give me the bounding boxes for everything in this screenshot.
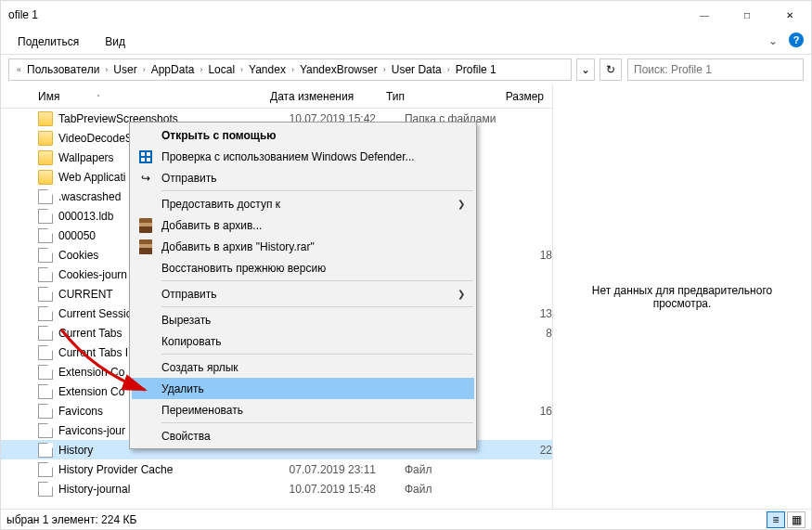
- ribbon-expand-icon[interactable]: ⌄: [768, 34, 778, 47]
- breadcrumb-item[interactable]: Profile 1: [454, 63, 498, 76]
- file-type: Файл: [405, 483, 515, 496]
- cm-separator: [161, 190, 473, 191]
- cm-shortcut[interactable]: Создать ярлык: [132, 356, 474, 378]
- file-name: History Provider Cache: [58, 463, 290, 476]
- title-bar: ofile 1 — □ ✕: [1, 1, 811, 29]
- defender-icon: [137, 149, 154, 165]
- window-title: ofile 1: [8, 8, 38, 21]
- status-bar: ыбран 1 элемент: 224 КБ ≡ ▦: [1, 509, 811, 529]
- breadcrumb-item[interactable]: YandexBrowser: [298, 63, 380, 76]
- breadcrumb-item[interactable]: User Data: [390, 63, 444, 76]
- nav-bar: « Пользователи› User› AppData› Local› Ya…: [1, 55, 811, 84]
- table-row[interactable]: History-journal10.07.2019 15:48Файл: [1, 479, 552, 498]
- file-icon: [38, 443, 53, 458]
- col-name: Имя˄: [38, 90, 270, 103]
- cm-rename[interactable]: Переименовать: [132, 399, 474, 420]
- archive-icon: [137, 217, 154, 234]
- col-type[interactable]: Тип: [386, 90, 497, 103]
- cm-separator: [161, 422, 473, 423]
- breadcrumb-item[interactable]: AppData: [149, 63, 197, 76]
- file-icon: [38, 365, 53, 380]
- file-icon: [38, 267, 53, 282]
- maximize-button[interactable]: □: [726, 1, 768, 29]
- file-icon: [38, 287, 53, 302]
- file-size: 8: [515, 327, 552, 340]
- breadcrumb-dropdown-icon[interactable]: ⌄: [576, 58, 595, 81]
- breadcrumb-back-icon[interactable]: «: [13, 65, 25, 74]
- col-size[interactable]: Размер: [497, 90, 544, 103]
- ribbon-tab-view[interactable]: Вид: [105, 32, 125, 54]
- breadcrumb-item[interactable]: Yandex: [247, 63, 288, 76]
- ribbon: Поделиться Вид ⌄ ?: [1, 29, 811, 55]
- view-details-button[interactable]: ≡: [767, 511, 785, 528]
- cm-share[interactable]: ↪Отправить: [132, 167, 474, 188]
- file-size: 18: [515, 249, 552, 262]
- share-icon: ↪: [137, 170, 154, 187]
- file-icon: [38, 248, 53, 263]
- folder-icon: [38, 170, 53, 185]
- breadcrumb-item[interactable]: User: [111, 63, 138, 76]
- cm-restore[interactable]: Восстановить прежнюю версию: [132, 257, 474, 278]
- view-icons-button[interactable]: ▦: [787, 511, 806, 528]
- breadcrumb-item[interactable]: Пользователи: [25, 63, 101, 76]
- file-date: 10.07.2019 15:48: [290, 483, 405, 496]
- cm-separator: [161, 306, 473, 307]
- file-icon: [38, 228, 53, 243]
- file-type: Файл: [405, 463, 515, 476]
- file-icon: [38, 306, 53, 321]
- cm-add-history-rar[interactable]: Добавить в архив "History.rar": [132, 236, 474, 257]
- ribbon-tab-share[interactable]: Поделиться: [18, 32, 79, 54]
- refresh-button[interactable]: ↻: [599, 58, 622, 81]
- cm-send-to[interactable]: Отправить❯: [132, 283, 474, 304]
- cm-cut[interactable]: Вырезать: [132, 309, 474, 330]
- folder-icon: [38, 131, 53, 146]
- file-date: 07.07.2019 23:11: [290, 463, 405, 476]
- cm-defender[interactable]: Проверка с использованием Windows Defend…: [132, 146, 474, 167]
- breadcrumb-item[interactable]: Local: [206, 63, 237, 76]
- file-size: 13: [515, 307, 552, 320]
- file-icon: [38, 384, 53, 399]
- cm-share-access[interactable]: Предоставить доступ к❯: [132, 193, 474, 214]
- search-input[interactable]: [627, 58, 804, 81]
- file-name: History-journal: [58, 483, 290, 496]
- col-date[interactable]: Дата изменения: [270, 90, 386, 103]
- cm-separator: [161, 280, 473, 281]
- column-headers[interactable]: Имя˄ Дата изменения Тип Размер: [1, 84, 552, 109]
- file-icon: [38, 326, 53, 341]
- file-icon: [38, 462, 53, 477]
- file-icon: [38, 345, 53, 360]
- status-text: ыбран 1 элемент: 224 КБ: [6, 513, 136, 526]
- cm-separator: [161, 354, 473, 355]
- file-icon: [38, 423, 53, 438]
- folder-icon: [38, 111, 53, 126]
- cm-delete[interactable]: Удалить: [132, 378, 474, 399]
- cm-open-with[interactable]: Открыть с помощью: [132, 124, 474, 146]
- file-icon: [38, 404, 53, 419]
- cm-properties[interactable]: Свойства: [132, 425, 474, 446]
- table-row[interactable]: History Provider Cache07.07.2019 23:11Фа…: [1, 459, 552, 479]
- breadcrumb[interactable]: « Пользователи› User› AppData› Local› Ya…: [8, 58, 572, 81]
- file-icon: [38, 209, 53, 224]
- preview-pane: Нет данных для предварительного просмотр…: [553, 84, 811, 509]
- chevron-right-icon: ❯: [458, 289, 465, 299]
- archive-icon: [137, 239, 154, 255]
- file-icon: [38, 482, 53, 497]
- folder-icon: [38, 150, 53, 165]
- file-size: 22: [515, 444, 552, 457]
- cm-add-archive[interactable]: Добавить в архив...: [132, 214, 474, 236]
- cm-copy[interactable]: Копировать: [132, 330, 474, 352]
- context-menu: Открыть с помощью Проверка с использован…: [129, 122, 477, 449]
- window-controls: — □ ✕: [683, 1, 811, 29]
- preview-empty-text: Нет данных для предварительного просмотр…: [568, 284, 796, 310]
- chevron-right-icon: ❯: [458, 199, 465, 209]
- file-icon: [38, 189, 53, 204]
- help-icon[interactable]: ?: [789, 32, 804, 47]
- close-button[interactable]: ✕: [768, 1, 811, 29]
- sort-asc-icon: ˄: [97, 94, 100, 102]
- file-size: 16: [515, 405, 552, 418]
- minimize-button[interactable]: —: [683, 1, 726, 29]
